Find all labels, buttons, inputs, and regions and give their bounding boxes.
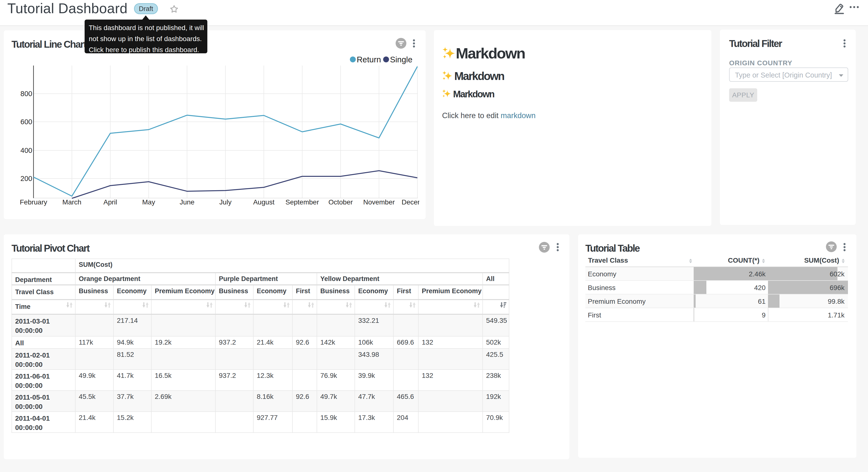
svg-text:200: 200 <box>21 175 32 182</box>
svg-text:May: May <box>142 198 155 206</box>
svg-text:June: June <box>180 198 195 206</box>
svg-text:March: March <box>62 198 82 206</box>
svg-text:Return: Return <box>357 55 381 64</box>
svg-text:September: September <box>286 198 319 206</box>
svg-text:October: October <box>329 198 353 206</box>
svg-text:November: November <box>363 198 395 206</box>
svg-text:July: July <box>219 198 231 206</box>
svg-text:800: 800 <box>21 90 32 97</box>
svg-text:600: 600 <box>21 118 32 126</box>
svg-text:400: 400 <box>21 147 32 154</box>
svg-text:April: April <box>103 198 117 206</box>
svg-text:August: August <box>253 198 274 206</box>
svg-text:December: December <box>401 198 419 206</box>
svg-text:Single: Single <box>390 55 412 64</box>
svg-text:February: February <box>20 198 47 206</box>
